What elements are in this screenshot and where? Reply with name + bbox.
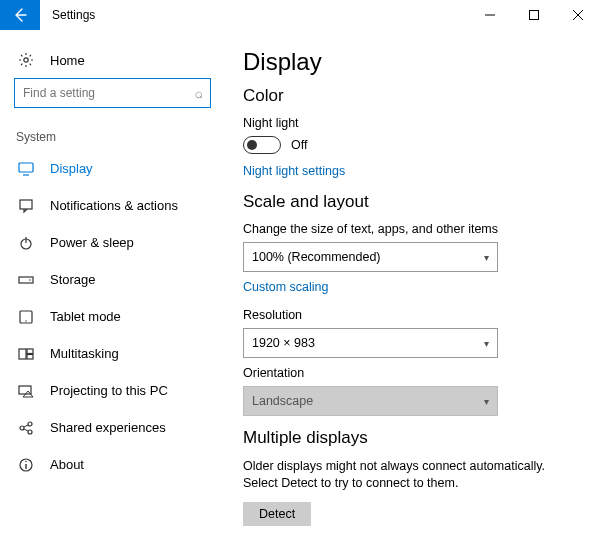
svg-rect-7: [20, 200, 32, 209]
sidebar-item-power[interactable]: Power & sleep: [0, 224, 225, 261]
title-bar: Settings: [0, 0, 600, 30]
search-input[interactable]: [14, 78, 211, 108]
sidebar-item-label: Tablet mode: [36, 309, 121, 324]
chevron-down-icon: ▾: [484, 252, 489, 263]
sidebar-item-notifications[interactable]: Notifications & actions: [0, 187, 225, 224]
storage-icon: [16, 272, 36, 288]
scale-label: Change the size of text, apps, and other…: [243, 222, 580, 236]
resolution-value: 1920 × 983: [252, 336, 315, 350]
svg-line-21: [24, 425, 28, 427]
svg-point-19: [28, 422, 32, 426]
window-title: Settings: [40, 8, 468, 22]
sidebar-item-shared[interactable]: Shared experiences: [0, 409, 225, 446]
orientation-dropdown: Landscape ▾: [243, 386, 498, 416]
monitor-icon: [16, 161, 36, 177]
svg-rect-10: [19, 277, 33, 283]
search-icon: ⌕: [195, 85, 203, 101]
sidebar-item-label: Display: [36, 161, 93, 176]
home-label: Home: [36, 53, 85, 68]
scale-dropdown[interactable]: 100% (Recommended) ▾: [243, 242, 498, 272]
scale-value: 100% (Recommended): [252, 250, 381, 264]
night-light-toggle[interactable]: Off: [243, 136, 580, 154]
notification-icon: [16, 198, 36, 214]
chevron-down-icon: ▾: [484, 338, 489, 349]
chevron-down-icon: ▾: [484, 396, 489, 407]
sidebar-item-label: Notifications & actions: [36, 198, 178, 213]
svg-rect-5: [19, 163, 33, 172]
maximize-button[interactable]: [512, 0, 556, 30]
back-button[interactable]: [0, 0, 40, 30]
sidebar-item-label: Storage: [36, 272, 96, 287]
section-label: System: [0, 124, 225, 150]
svg-point-25: [25, 460, 27, 462]
toggle-state: Off: [291, 138, 307, 152]
sidebar-item-tablet[interactable]: Tablet mode: [0, 298, 225, 335]
minimize-button[interactable]: [468, 0, 512, 30]
svg-line-22: [24, 429, 28, 431]
power-icon: [16, 235, 36, 251]
main-panel: Display Color Night light Off Night ligh…: [225, 30, 600, 542]
sidebar: Home ⌕ System Display Notifications & ac…: [0, 30, 225, 542]
sidebar-item-multitasking[interactable]: Multitasking: [0, 335, 225, 372]
night-light-settings-link[interactable]: Night light settings: [243, 164, 580, 178]
svg-point-11: [29, 279, 31, 281]
toggle-track: [243, 136, 281, 154]
sidebar-item-about[interactable]: About: [0, 446, 225, 483]
svg-point-13: [25, 320, 26, 321]
close-icon: [573, 10, 583, 20]
info-icon: [16, 457, 36, 473]
sidebar-item-label: Shared experiences: [36, 420, 166, 435]
maximize-icon: [529, 10, 539, 20]
back-arrow-icon: [12, 7, 28, 23]
gear-icon: [16, 52, 36, 68]
detect-button[interactable]: Detect: [243, 502, 311, 526]
sidebar-item-label: Projecting to this PC: [36, 383, 168, 398]
svg-rect-15: [27, 349, 33, 354]
svg-rect-14: [19, 349, 26, 359]
resolution-dropdown[interactable]: 1920 × 983 ▾: [243, 328, 498, 358]
custom-scaling-link[interactable]: Custom scaling: [243, 280, 580, 294]
svg-point-4: [24, 58, 28, 62]
multitask-icon: [16, 346, 36, 362]
sidebar-item-projecting[interactable]: Projecting to this PC: [0, 372, 225, 409]
sidebar-item-storage[interactable]: Storage: [0, 261, 225, 298]
svg-point-18: [20, 426, 24, 430]
sidebar-item-label: About: [36, 457, 84, 472]
orientation-value: Landscape: [252, 394, 313, 408]
svg-rect-16: [27, 354, 33, 359]
multiple-displays-text: Older displays might not always connect …: [243, 458, 573, 492]
project-icon: [16, 383, 36, 399]
sidebar-item-label: Power & sleep: [36, 235, 134, 250]
night-light-label: Night light: [243, 116, 580, 130]
home-nav[interactable]: Home: [0, 46, 225, 78]
share-icon: [16, 420, 36, 436]
resolution-label: Resolution: [243, 308, 580, 322]
scale-heading: Scale and layout: [243, 192, 580, 212]
tablet-icon: [16, 309, 36, 325]
close-button[interactable]: [556, 0, 600, 30]
svg-point-20: [28, 430, 32, 434]
multiple-displays-heading: Multiple displays: [243, 428, 580, 448]
svg-rect-1: [530, 11, 539, 20]
toggle-thumb: [247, 140, 257, 150]
minimize-icon: [485, 10, 495, 20]
sidebar-item-display[interactable]: Display: [0, 150, 225, 187]
page-title: Display: [243, 48, 580, 76]
sidebar-item-label: Multitasking: [36, 346, 119, 361]
color-heading: Color: [243, 86, 580, 106]
orientation-label: Orientation: [243, 366, 580, 380]
